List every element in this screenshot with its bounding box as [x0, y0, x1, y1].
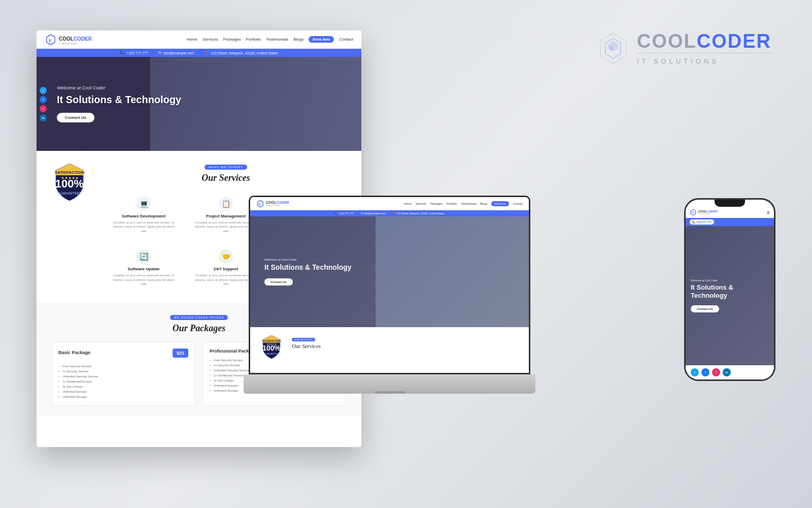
basic-package-title: Basic Package [58, 350, 90, 355]
facebook-icon[interactable]: f [40, 96, 47, 103]
laptop-welcome: Welcome at Cool Coder [264, 258, 352, 261]
svg-text:SATISFACTION: SATISFACTION [262, 339, 281, 342]
phone-welcome: Welcome at Cool Coder [691, 279, 769, 282]
pkg-feature: Free Security Service [58, 364, 188, 369]
project-mgmt-icon: 📋 [219, 197, 233, 211]
phone-site-content: K COOLCODER IT SOLUTIONS ≡ 📞 +123 777 77… [686, 200, 774, 379]
brand-divider [637, 53, 771, 53]
basic-package-card: Basic Package $21 Free Security Service … [52, 342, 195, 406]
laptop-frame: K COOLCODER IT SOLUTIONS Home Services P… [244, 196, 535, 394]
hero-welcome-text: Welcome at Cool Coder [57, 85, 181, 90]
nav-portfolio[interactable]: Portfolio [246, 37, 261, 42]
laptop-site-content: K COOLCODER IT SOLUTIONS Home Services P… [250, 197, 529, 373]
brand-name: COOLCODER [637, 31, 771, 51]
nav-testimonials[interactable]: Testimonials [266, 37, 288, 42]
laptop-nav-packages[interactable]: Packages [430, 202, 443, 205]
laptop-nav-blogs[interactable]: Blogs [480, 202, 487, 205]
support-icon: 🤝 [219, 249, 233, 264]
laptop-topbar-address: 📍 123 Street, Newyork, 43100, United Sta… [393, 212, 445, 215]
phone-notch [715, 200, 745, 207]
hero-bg-image [150, 57, 361, 151]
svg-text:K: K [259, 202, 261, 205]
book-now-button[interactable]: Book Now [309, 36, 334, 43]
laptop-screen: K COOLCODER IT SOLUTIONS Home Services P… [250, 197, 529, 373]
brand-subtitle: IT SOLUTIONS [637, 57, 771, 65]
laptop-hero-cta[interactable]: Contact Us [264, 278, 293, 285]
hero-cta-button[interactable]: Contact Us [57, 113, 94, 122]
laptop-hero: Welcome at Cool Coder It Solutions & Tec… [250, 216, 529, 327]
topbar-address: 📍 123 Street, Newyork, 43100, United Sta… [204, 51, 278, 55]
basic-package-price: $21 [173, 348, 188, 358]
service-card-software-update: 🔄 Software Update Curabitur at arcu sed … [106, 244, 182, 291]
pkg-feature: 1x Dashboard Access [58, 379, 188, 384]
laptop-hero-bg [376, 216, 529, 327]
laptop-topbar: 📞 +123 777 777 ✉ info@example.com 📍 123 … [250, 210, 529, 216]
nav-packages[interactable]: Packages [223, 37, 241, 42]
laptop-nav-contact[interactable]: Contact [513, 202, 523, 205]
satisfaction-badge: SATISFACTION 100% GUARANTEED ★★★★★ [52, 161, 87, 204]
software-dev-icon: 💻 [137, 197, 151, 211]
svg-text:★★★★★: ★★★★★ [61, 176, 79, 180]
laptop-screen-frame: K COOLCODER IT SOLUTIONS Home Services P… [249, 196, 530, 374]
laptop-base [244, 374, 535, 394]
laptop-book-btn[interactable]: Book Now [491, 201, 509, 206]
phone-navbar: K COOLCODER IT SOLUTIONS ≡ [686, 207, 774, 218]
laptop-notch [375, 391, 405, 394]
hero-title: It Solutions & Technology [57, 93, 181, 106]
laptop-services-strip: SATISFACTION 100% GUARANTEED ★★★★★ WHAT … [250, 327, 529, 373]
instagram-icon[interactable]: i [40, 105, 47, 112]
phone-social-icons: t f i in [686, 365, 774, 379]
svg-text:K: K [692, 211, 694, 214]
phone-twitter-icon[interactable]: t [691, 368, 699, 376]
phone-instagram-icon[interactable]: i [712, 368, 720, 376]
laptop-nav-links: Home Services Packages Portfolio Testimo… [404, 201, 523, 206]
phone-hero-cta[interactable]: Contact Us [691, 305, 719, 312]
pkg-feature: Unlimited Security Service [58, 374, 188, 379]
location-icon: 📍 [204, 51, 209, 55]
nav-blogs[interactable]: Blogs [293, 37, 303, 42]
nav-contact[interactable]: Contact [339, 37, 353, 42]
phone-linkedin-icon[interactable]: in [723, 368, 731, 376]
nav-home[interactable]: Home [187, 37, 197, 42]
phone-hero: Welcome at Cool Coder It Solutions & Tec… [686, 226, 774, 365]
phone-logo-icon: K [690, 209, 697, 216]
laptop-satisfaction-badge: SATISFACTION 100% GUARANTEED ★★★★★ [260, 333, 283, 362]
laptop-hero-title: It Solutions & Technology [264, 263, 352, 272]
svg-text:★★★★★: ★★★★★ [266, 342, 277, 345]
nav-services[interactable]: Services [202, 37, 218, 42]
brand-logo-icon: K [595, 30, 631, 66]
packages-badge: WE OFFER CHEAP PRICES [170, 315, 228, 320]
service-desc: Curabitur at arcu sed ex venenatis laore… [111, 220, 177, 233]
email-icon: ✉ [158, 51, 161, 55]
software-update-icon: 🔄 [137, 249, 151, 264]
laptop-services-title: Our Services [292, 343, 519, 349]
laptop-nav-home[interactable]: Home [404, 202, 412, 205]
laptop-topbar-email: ✉ info@example.com [361, 212, 385, 215]
services-title: Our Services [106, 173, 346, 183]
phone-mockup: K COOLCODER IT SOLUTIONS ≡ 📞 +123 777 77… [684, 198, 775, 381]
svg-text:K: K [610, 44, 615, 52]
brand-text: COOLCODER IT SOLUTIONS [637, 31, 771, 65]
laptop-topbar-phone: 📞 +123 777 777 [334, 212, 354, 215]
pkg-feature: 3x Job Listings [58, 384, 188, 389]
phone-facebook-icon[interactable]: f [701, 368, 709, 376]
linkedin-icon[interactable]: in [40, 114, 47, 121]
site-logo-icon: K [45, 34, 57, 46]
svg-text:SATISFACTION: SATISFACTION [55, 170, 84, 175]
laptop-nav-testimonials[interactable]: Testimonials [461, 202, 476, 205]
hero-content: Welcome at Cool Coder It Solutions & Tec… [57, 85, 181, 122]
laptop-nav-portfolio[interactable]: Portfolio [447, 202, 457, 205]
site-hero: t f i in Welcome at Cool Coder It Soluti… [37, 57, 361, 151]
pkg-feature: Unlimited Storage [58, 394, 188, 399]
phone-topbar: 📞 +123 777 777 [686, 218, 774, 226]
laptop-nav-services[interactable]: Services [416, 202, 426, 205]
laptop-hero-content: Welcome at Cool Coder It Solutions & Tec… [264, 258, 352, 285]
service-card-software-dev: 💻 Software Development Curabitur at arcu… [106, 192, 182, 238]
twitter-icon[interactable]: t [40, 87, 47, 94]
topbar-email: ✉ info@example.com [158, 51, 194, 55]
hamburger-icon[interactable]: ≡ [767, 210, 770, 215]
laptop-mockup: K COOLCODER IT SOLUTIONS Home Services P… [244, 196, 535, 394]
laptop-logo-icon: K [256, 200, 264, 208]
phone-call-button[interactable]: 📞 +123 777 777 [690, 219, 714, 225]
laptop-navbar: K COOLCODER IT SOLUTIONS Home Services P… [250, 197, 529, 210]
